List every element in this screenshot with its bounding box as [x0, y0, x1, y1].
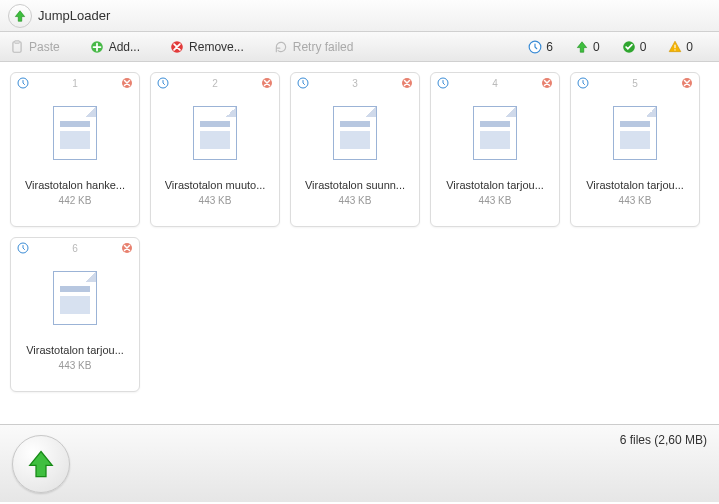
card-index: 1 [29, 78, 121, 89]
document-icon [193, 106, 237, 160]
card-top: 4 [431, 73, 559, 93]
card-remove-icon[interactable] [121, 242, 133, 254]
svg-rect-7 [675, 49, 676, 50]
card-clock-icon[interactable] [17, 242, 29, 254]
footer-summary: 6 files (2,60 MB) [620, 433, 707, 447]
card-index: 6 [29, 243, 121, 254]
card-filename: Virastotalon tarjou... [586, 179, 684, 191]
clipboard-icon [10, 40, 24, 54]
card-filesize: 443 KB [619, 195, 652, 206]
card-filesize: 443 KB [199, 195, 232, 206]
card-thumb [310, 93, 400, 173]
warning-icon [668, 40, 682, 54]
document-icon [613, 106, 657, 160]
add-button[interactable]: Add... [90, 40, 140, 54]
card-clock-icon[interactable] [437, 77, 449, 89]
card-clock-icon[interactable] [577, 77, 589, 89]
card-top: 1 [11, 73, 139, 93]
document-icon [53, 106, 97, 160]
retry-button[interactable]: Retry failed [274, 40, 354, 54]
card-filename: Virastotalon tarjou... [446, 179, 544, 191]
card-filename: Virastotalon suunn... [305, 179, 405, 191]
card-thumb [590, 93, 680, 173]
arrow-up-large-icon [26, 449, 56, 479]
card-thumb [170, 93, 260, 173]
retry-icon [274, 40, 288, 54]
card-top: 6 [11, 238, 139, 258]
clock-icon [528, 40, 542, 54]
card-filesize: 443 KB [479, 195, 512, 206]
upload-icon-button[interactable] [8, 4, 32, 28]
status-uploaded: 0 [575, 40, 600, 54]
file-grid: 1 Virastotalon hanke... 442 KB 2 Virasto… [0, 62, 719, 424]
card-filesize: 442 KB [59, 195, 92, 206]
svg-rect-1 [15, 40, 20, 43]
toolbar: Paste Add... Remove... Retry failed 6 0 … [0, 32, 719, 62]
card-index: 5 [589, 78, 681, 89]
document-icon [333, 106, 377, 160]
remove-label: Remove... [189, 40, 244, 54]
file-card[interactable]: 2 Virastotalon muuto... 443 KB [150, 72, 280, 227]
status-warning-count: 0 [686, 40, 693, 54]
remove-button[interactable]: Remove... [170, 40, 244, 54]
check-icon [622, 40, 636, 54]
header-bar: JumpLoader [0, 0, 719, 32]
app-title: JumpLoader [38, 8, 110, 23]
file-card[interactable]: 1 Virastotalon hanke... 442 KB [10, 72, 140, 227]
card-index: 2 [169, 78, 261, 89]
file-card[interactable]: 5 Virastotalon tarjou... 443 KB [570, 72, 700, 227]
footer-bar: 6 files (2,60 MB) [0, 424, 719, 502]
paste-label: Paste [29, 40, 60, 54]
card-filename: Virastotalon muuto... [165, 179, 266, 191]
card-thumb [450, 93, 540, 173]
card-top: 3 [291, 73, 419, 93]
card-top: 5 [571, 73, 699, 93]
card-filesize: 443 KB [59, 360, 92, 371]
status-ok-count: 0 [640, 40, 647, 54]
file-card[interactable]: 3 Virastotalon suunn... 443 KB [290, 72, 420, 227]
upload-button[interactable] [12, 435, 70, 493]
card-clock-icon[interactable] [297, 77, 309, 89]
arrow-up-icon [13, 9, 27, 23]
status-pending-count: 6 [546, 40, 553, 54]
status-warning: 0 [668, 40, 693, 54]
card-remove-icon[interactable] [261, 77, 273, 89]
remove-icon [170, 40, 184, 54]
document-icon [53, 271, 97, 325]
file-card[interactable]: 6 Virastotalon tarjou... 443 KB [10, 237, 140, 392]
card-filename: Virastotalon hanke... [25, 179, 125, 191]
card-filesize: 443 KB [339, 195, 372, 206]
card-index: 3 [309, 78, 401, 89]
document-icon [473, 106, 517, 160]
paste-button[interactable]: Paste [10, 40, 60, 54]
card-filename: Virastotalon tarjou... [26, 344, 124, 356]
status-pending: 6 [528, 40, 553, 54]
status-ok: 0 [622, 40, 647, 54]
card-top: 2 [151, 73, 279, 93]
card-index: 4 [449, 78, 541, 89]
card-remove-icon[interactable] [681, 77, 693, 89]
status-uploaded-count: 0 [593, 40, 600, 54]
file-card[interactable]: 4 Virastotalon tarjou... 443 KB [430, 72, 560, 227]
add-icon [90, 40, 104, 54]
card-clock-icon[interactable] [157, 77, 169, 89]
card-remove-icon[interactable] [401, 77, 413, 89]
card-clock-icon[interactable] [17, 77, 29, 89]
card-remove-icon[interactable] [121, 77, 133, 89]
arrow-up-small-icon [575, 40, 589, 54]
card-thumb [30, 93, 120, 173]
svg-rect-6 [675, 44, 676, 48]
card-remove-icon[interactable] [541, 77, 553, 89]
card-thumb [30, 258, 120, 338]
add-label: Add... [109, 40, 140, 54]
retry-label: Retry failed [293, 40, 354, 54]
